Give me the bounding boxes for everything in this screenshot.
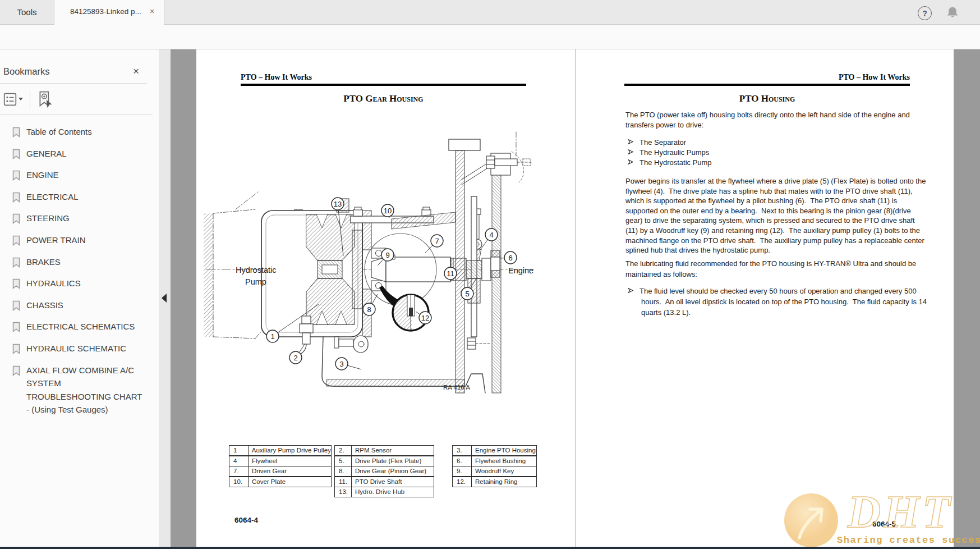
bullet-text: The Hydraulic Pumps	[639, 148, 709, 157]
parts-table-row: 10.Cover Plate	[229, 477, 332, 487]
svg-text:3: 3	[339, 360, 343, 368]
bookmark-icon	[12, 322, 20, 332]
diagram-label-pump: Pump	[245, 277, 266, 286]
bookmark-item[interactable]: STEERING	[12, 212, 70, 225]
pdf-page-right: PTO – How It Works PTO Housing The PTO (…	[576, 49, 954, 549]
bookmarks-close-icon[interactable]: ×	[133, 65, 139, 77]
svg-text:9: 9	[385, 251, 389, 259]
bookmarks-panel: Bookmarks × Table of ContentsGENERALENGI…	[0, 49, 159, 549]
part-name: Engine PTO Housing	[472, 446, 536, 455]
body-text-line: The lubricating fluid recommended for th…	[625, 259, 916, 268]
part-number: 3.	[453, 446, 472, 455]
part-name: Driven Gear	[249, 466, 287, 476]
divider	[0, 83, 147, 84]
bell-icon[interactable]	[945, 6, 960, 20]
bookmark-icon	[12, 149, 20, 159]
parts-table-row: 3.Engine PTO Housing	[452, 445, 537, 456]
diagram-label-engine: Engine	[508, 266, 533, 275]
bookmark-item[interactable]: HYDRAULICS	[12, 277, 81, 290]
part-name: RPM Sensor	[352, 446, 392, 455]
bookmark-icon	[12, 192, 20, 203]
part-number: 8.	[335, 466, 352, 476]
left-page-header: PTO – How It Works	[241, 73, 312, 82]
part-name: Drive Gear (Pinion Gear)	[352, 466, 426, 476]
part-number: 4	[229, 456, 249, 466]
left-page-number: 6064-4	[234, 516, 258, 524]
svg-text:12: 12	[421, 314, 429, 322]
left-page-rule	[241, 84, 526, 86]
tab-document[interactable]: 84125893-Linked p... ×	[54, 0, 164, 25]
bullet-arrow-icon	[628, 149, 634, 155]
bullet-item: The fluid level should be checked every …	[628, 287, 917, 295]
svg-text:13: 13	[334, 200, 342, 208]
new-bookmark-icon[interactable]	[37, 90, 54, 111]
bullet-item: The Separator	[628, 138, 686, 147]
watermark-arrow-icon	[784, 493, 840, 549]
bookmark-icon	[12, 365, 20, 376]
bookmark-item-label: ELECTRICAL	[26, 190, 79, 204]
svg-text:8: 8	[367, 305, 371, 314]
part-number: 6.	[453, 456, 472, 466]
parts-table-row: 11.PTO Drive Shaft	[334, 477, 434, 487]
part-number: 10.	[229, 477, 249, 487]
right-page-header: PTO – How It Works	[624, 73, 910, 82]
window-bottom-edge	[0, 547, 980, 549]
parts-table-row: 5.Drive Plate (Flex Plate)	[334, 456, 434, 466]
bookmark-item[interactable]: ELECTRICAL SCHEMATICS	[12, 320, 135, 333]
tab-bar: Tools 84125893-Linked p... × ?	[0, 0, 980, 25]
bullet-arrow-icon	[628, 139, 634, 145]
bookmark-item[interactable]: GENERAL	[12, 147, 67, 161]
svg-text:11: 11	[447, 269, 454, 278]
bookmark-item[interactable]: BRAKES	[12, 255, 61, 269]
part-number: 12.	[453, 477, 472, 487]
body-text-line: splined hub that drives the hydrostatic …	[625, 246, 770, 254]
bookmark-item[interactable]: ELECTRICAL	[12, 190, 79, 204]
bookmark-item-label: ELECTRICAL SCHEMATICS	[26, 320, 135, 333]
bookmark-item-label: AXIAL FLOW COMBINE A/C SYSTEM TROUBLESHO…	[26, 364, 142, 417]
help-icon[interactable]: ?	[918, 6, 932, 20]
divider	[30, 90, 30, 109]
bullet-item: The Hydraulic Pumps	[628, 148, 709, 157]
parts-table-row: 1Auxiliary Pump Drive Pulley	[229, 445, 332, 456]
tab-close-icon[interactable]: ×	[150, 7, 154, 16]
body-text-line: quarts (13.2 L).	[641, 308, 691, 317]
bookmark-item[interactable]: POWER TRAIN	[12, 234, 86, 247]
parts-table-row: 7.Driven Gear	[229, 466, 332, 477]
chevron-down-icon[interactable]	[19, 98, 23, 100]
part-name: Retaining Ring	[472, 477, 517, 487]
parts-table-row: 8.Drive Gear (Pinion Gear)	[334, 466, 434, 477]
part-number: 9.	[453, 466, 472, 476]
bullet-text: The Hydrostatic Pump	[639, 158, 712, 167]
collapse-panel-icon[interactable]	[162, 294, 167, 303]
bookmark-item-label: STEERING	[26, 212, 70, 225]
toolbar: 1043 / 2021	[0, 25, 980, 49]
body-text-line: (11) by a Woodruff key (9) and retaining…	[625, 226, 920, 235]
right-page-rule	[624, 84, 910, 86]
bookmark-item[interactable]: Table of Contents	[12, 125, 92, 139]
bookmark-item[interactable]: CHASSIS	[12, 299, 63, 312]
part-name: Woodruff Key	[472, 466, 514, 476]
bookmark-icon	[12, 235, 20, 246]
tab-tools[interactable]: Tools	[0, 0, 54, 24]
bookmark-icon	[12, 278, 20, 289]
bullet-item: The Hydrostatic Pump	[628, 158, 712, 167]
body-text-line: The PTO (power take off) housing bolts d…	[625, 111, 910, 119]
bookmark-options-icon[interactable]	[3, 92, 17, 109]
part-name: Auxiliary Pump Drive Pulley	[249, 446, 331, 455]
right-page-title: PTO Housing	[624, 93, 910, 104]
bookmark-item[interactable]: HYDRAULIC SCHEMATIC	[12, 342, 126, 355]
svg-text:1: 1	[270, 332, 274, 341]
pasteboard	[954, 49, 980, 549]
bookmark-item-label: ENGINE	[26, 168, 59, 182]
bookmark-icon	[12, 127, 20, 138]
bookmark-icon	[12, 300, 20, 311]
pasteboard	[171, 49, 196, 549]
parts-table-row: 6.Flywheel Bushing	[452, 456, 537, 466]
part-number: 2.	[335, 446, 352, 455]
bookmark-item[interactable]: AXIAL FLOW COMBINE A/C SYSTEM TROUBLESHO…	[12, 364, 142, 417]
bookmark-item[interactable]: ENGINE	[12, 168, 59, 182]
part-number: 1	[229, 446, 249, 455]
svg-text:5: 5	[465, 290, 469, 298]
bookmark-item-label: GENERAL	[26, 147, 67, 161]
pdf-page-left: PTO – How It Works PTO Gear Housing	[196, 49, 575, 549]
